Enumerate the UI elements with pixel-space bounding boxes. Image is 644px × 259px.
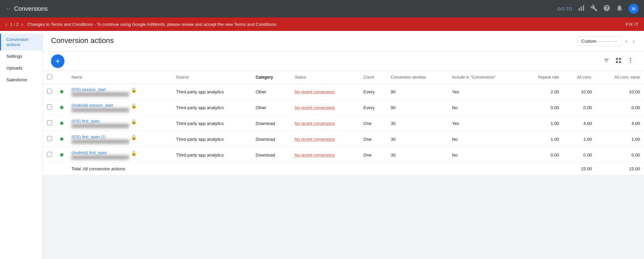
select-all-checkbox[interactable]	[47, 74, 52, 79]
columns-icon-button[interactable]	[613, 55, 624, 68]
source-cell: Third-party app analytics	[172, 100, 251, 116]
source-header: Source	[172, 71, 251, 84]
help-icon[interactable]	[603, 4, 610, 13]
window-cell: 90	[387, 100, 448, 116]
status-active-dot	[60, 137, 63, 141]
fix-it-button[interactable]: FIX IT	[626, 22, 639, 27]
source-cell: Third-party app analytics	[172, 131, 251, 147]
date-range-prev-button[interactable]: ‹	[624, 37, 629, 46]
toolbar: +	[43, 52, 644, 71]
row-checkbox-2[interactable]	[47, 120, 52, 125]
table-row: (Android) session_start ████████████████…	[43, 100, 644, 116]
page-header: Conversion actions Custom — — — — ‹ ›	[43, 31, 644, 52]
status-dot-cell	[56, 100, 67, 116]
conversion-name-primary[interactable]: (iOS) session_start	[71, 87, 129, 92]
svg-point-4	[630, 60, 631, 61]
back-icon[interactable]: ←	[5, 5, 11, 12]
table-row: (iOS) first_open (1) ███████████████████…	[43, 131, 644, 147]
all-conv-value-cell: 10.00	[596, 84, 644, 100]
filter-icon-button[interactable]	[601, 55, 612, 68]
count-cell: Every	[359, 84, 387, 100]
notifications-icon[interactable]	[616, 4, 623, 13]
toolbar-right	[601, 55, 636, 68]
category-cell: Other	[252, 84, 291, 100]
lock-icon: 🔒	[131, 135, 137, 140]
status-active-dot	[60, 153, 63, 157]
row-checkbox-4[interactable]	[47, 152, 52, 157]
sidebar-item-conversion-actions[interactable]: Conversion actions	[0, 34, 43, 50]
conversion-name-primary[interactable]: (iOS) first_open	[71, 119, 129, 124]
alert-message: Changes to Terms and Conditions - To con…	[27, 22, 626, 27]
window-cell: 30	[387, 116, 448, 131]
wrench-icon[interactable]	[590, 4, 598, 13]
all-conv-cell: 1.00	[563, 131, 596, 147]
date-range-button[interactable]: Custom — — — —	[577, 36, 622, 46]
status-cell: No recent conversions	[291, 147, 359, 163]
row-checkbox-cell	[43, 131, 56, 147]
alert-prev-button[interactable]: ‹	[5, 21, 7, 28]
category-cell: Other	[252, 100, 291, 116]
sidebar-item-uploads[interactable]: Uploads	[0, 62, 43, 74]
conversion-name-secondary: ██████████████████████	[71, 124, 129, 128]
total-all-conv: 15.00	[563, 163, 596, 175]
all-conv-cell: 4.00	[563, 116, 596, 131]
window-header: Conversion window	[387, 71, 448, 84]
conversion-name-primary[interactable]: (Android) first_open	[71, 150, 129, 155]
sidebar: Conversion actions Settings Uploads Sale…	[0, 31, 43, 259]
count-cell: Every	[359, 100, 387, 116]
repeat-cell: 0.00	[522, 100, 563, 116]
all-conv-value-header: All conv. value	[596, 71, 644, 84]
user-avatar[interactable]: M	[629, 4, 639, 14]
all-conv-value-cell: 0.00	[596, 147, 644, 163]
total-row: Total: All conversion actions 15.00 15.0…	[43, 163, 644, 175]
page-title: Conversion actions	[51, 36, 114, 50]
add-conversion-button[interactable]: +	[51, 54, 64, 68]
all-conv-cell: 0.00	[563, 147, 596, 163]
lock-icon: 🔒	[131, 150, 137, 156]
include-cell: No	[448, 147, 522, 163]
conversions-table: Name Source Category Status Count	[43, 71, 644, 175]
select-all-header	[43, 71, 56, 84]
conversion-name-secondary: ██████████████████████	[71, 108, 129, 112]
date-range-next-button[interactable]: ›	[632, 37, 636, 46]
table-row: (iOS) first_open ██████████████████████ …	[43, 116, 644, 131]
status-cell: No recent conversions	[291, 100, 359, 116]
row-checkbox-cell	[43, 116, 56, 131]
svg-point-3	[630, 58, 631, 59]
status-dot-cell	[56, 147, 67, 163]
conversion-name-primary[interactable]: (iOS) first_open (1)	[71, 135, 129, 139]
conversion-name-primary[interactable]: (Android) session_start	[71, 103, 129, 108]
count-cell: One	[359, 116, 387, 131]
row-checkbox-0[interactable]	[47, 89, 52, 94]
status-dot-cell	[56, 131, 67, 147]
include-cell: Yes	[448, 84, 522, 100]
bar-chart-icon[interactable]	[578, 4, 585, 13]
include-cell: No	[448, 131, 522, 147]
more-options-button[interactable]	[625, 55, 636, 68]
top-nav-right: GO TO M	[557, 4, 639, 14]
status-cell: No recent conversions	[291, 131, 359, 147]
conversion-name-secondary: ██████████████████████	[71, 92, 129, 96]
sidebar-item-salesforce[interactable]: Salesforce	[0, 74, 43, 86]
no-conversions-label: No recent conversions	[295, 153, 335, 158]
window-cell: 90	[387, 84, 448, 100]
sidebar-item-settings[interactable]: Settings	[0, 50, 43, 62]
custom-range-label: Custom	[582, 39, 597, 44]
go-to-button[interactable]: GO TO	[557, 6, 572, 11]
main-layout: Conversion actions Settings Uploads Sale…	[0, 31, 644, 259]
repeat-cell: 1.00	[522, 131, 563, 147]
include-header: Include in "Conversions"	[448, 71, 522, 84]
alert-bar: ‹ 1 / 2 › Changes to Terms and Condition…	[0, 17, 644, 31]
no-conversions-label: No recent conversions	[295, 137, 335, 142]
row-checkbox-3[interactable]	[47, 136, 52, 141]
all-conv-header: All conv.	[563, 71, 596, 84]
alert-page-indicator: 1 / 2	[10, 22, 18, 27]
window-cell: 30	[387, 147, 448, 163]
lock-icon: 🔒	[131, 87, 137, 93]
no-conversions-label: No recent conversions	[295, 105, 335, 110]
status-active-dot	[60, 122, 63, 125]
alert-next-button[interactable]: ›	[21, 21, 23, 28]
conversion-name-secondary: ██████████████████████	[71, 139, 129, 143]
row-checkbox-1[interactable]	[47, 104, 52, 110]
category-header: Category	[252, 71, 291, 84]
